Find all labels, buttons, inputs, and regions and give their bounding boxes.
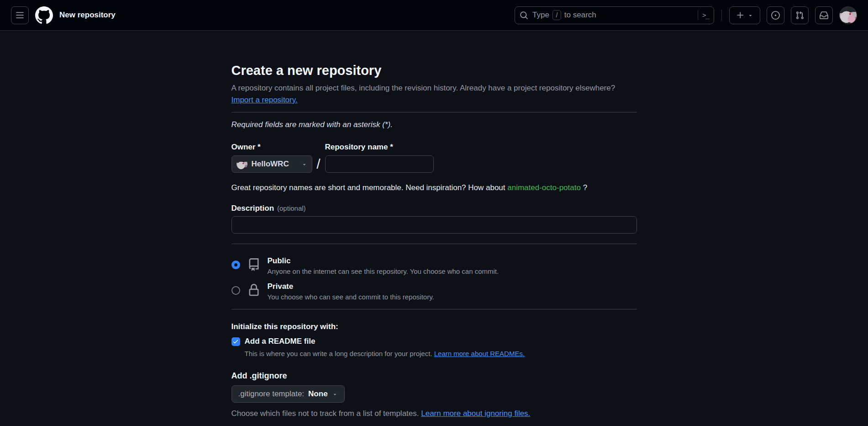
lock-icon (247, 284, 260, 297)
description-label: Description (231, 204, 274, 213)
repo-book-icon (247, 258, 260, 271)
owner-repo-controls-row: HelloWRC / (231, 155, 637, 173)
visibility-option-private[interactable]: Private You choose who can see and commi… (231, 282, 637, 302)
readme-checkbox-row[interactable]: Add a README file (231, 337, 637, 346)
global-header: New repository Type / to search >_ (0, 0, 868, 31)
readme-checkbox[interactable] (231, 337, 240, 346)
check-icon (232, 338, 239, 345)
three-bars-icon (16, 11, 24, 20)
pull-requests-button[interactable] (791, 6, 809, 24)
create-repository-page: Create a new repository A repository con… (231, 31, 637, 426)
gitignore-heading: Add .gitignore (231, 370, 637, 381)
public-option-description: Anyone on the internet can see this repo… (268, 267, 499, 276)
hamburger-menu-button[interactable] (11, 6, 29, 24)
chevron-down-icon (301, 161, 307, 167)
github-logo-icon[interactable] (35, 6, 53, 24)
description-input[interactable] (231, 216, 637, 234)
private-option-title: Private (268, 282, 434, 291)
description-label-row: Description (optional) (231, 204, 637, 213)
search-inner-divider (698, 10, 698, 20)
gitignore-template-dropdown[interactable]: .gitignore template: None (231, 385, 345, 403)
repository-name-input[interactable] (325, 155, 434, 173)
command-palette-icon[interactable]: >_ (702, 11, 709, 19)
private-option-text: Private You choose who can see and commi… (268, 282, 434, 302)
header-divider (721, 10, 722, 21)
readme-note: This is where you can write a long descr… (245, 349, 637, 358)
public-option-title: Public (268, 256, 499, 266)
plus-icon (736, 11, 745, 20)
public-radio[interactable] (231, 261, 240, 269)
readme-checkbox-label: Add a README file (245, 337, 316, 346)
repository-name-label: Repository name * (325, 143, 393, 152)
issue-opened-icon (771, 11, 780, 20)
private-radio[interactable] (231, 286, 240, 295)
description-optional-tag: (optional) (277, 204, 306, 212)
global-search-input[interactable]: Type / to search >_ (515, 6, 714, 24)
visibility-option-public[interactable]: Public Anyone on the internet can see th… (231, 256, 637, 276)
create-new-button[interactable] (729, 6, 760, 24)
owner-dropdown-value: HelloWRC (252, 160, 289, 169)
owner-repo-separator: / (312, 156, 325, 172)
inbox-button[interactable] (815, 6, 833, 24)
inbox-icon (820, 11, 828, 20)
search-placeholder: Type / to search (532, 10, 694, 20)
repo-name-hint: Great repository names are short and mem… (231, 182, 637, 193)
chevron-down-icon (747, 12, 753, 18)
slash-keycap: / (552, 10, 561, 20)
learn-more-readmes-link[interactable]: Learn more about READMEs. (434, 350, 525, 357)
suggested-repo-name-link[interactable]: animated-octo-potato (507, 183, 581, 192)
owner-avatar (237, 159, 247, 170)
private-option-description: You choose who can see and commit to thi… (268, 293, 434, 302)
divider (231, 309, 637, 309)
owner-label: Owner * (231, 143, 312, 152)
learn-more-ignoring-files-link[interactable]: Learn more about ignoring files. (421, 409, 530, 418)
page-intro: A repository contains all project files,… (231, 83, 637, 93)
divider (231, 112, 637, 112)
gitignore-note: Choose which files not to track from a l… (231, 409, 637, 419)
chevron-down-icon (332, 391, 338, 397)
git-pull-request-icon (795, 11, 804, 20)
owner-dropdown[interactable]: HelloWRC (231, 155, 312, 173)
search-icon (520, 11, 528, 20)
user-avatar[interactable] (839, 6, 857, 24)
divider (231, 244, 637, 244)
gitignore-dropdown-label: .gitignore template: (238, 389, 305, 399)
required-fields-note: Required fields are marked with an aster… (231, 120, 637, 130)
page-title: Create a new repository (231, 62, 637, 79)
label-gap (312, 143, 325, 152)
gitignore-dropdown-value: None (308, 389, 328, 399)
owner-repo-labels-row: Owner * Repository name * (231, 143, 637, 152)
public-option-text: Public Anyone on the internet can see th… (268, 256, 499, 276)
initialize-heading: Initialize this repository with: (231, 321, 637, 332)
header-context-title: New repository (59, 11, 116, 20)
import-repository-link[interactable]: Import a repository. (231, 96, 298, 104)
issues-button[interactable] (767, 6, 784, 24)
